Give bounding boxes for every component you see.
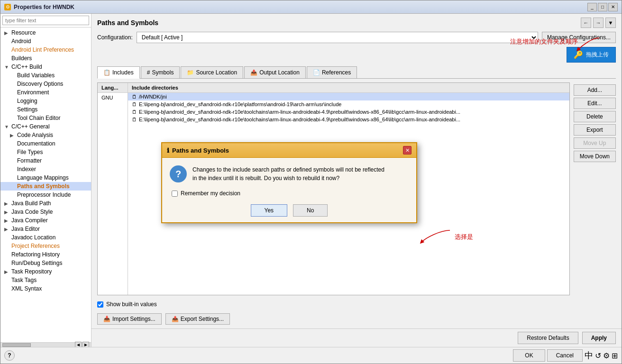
path-row-2[interactable]: 🗒 E:\lipeng-bj\android_dev_sf\android-nd… [128,100,569,108]
sidebar-item-paths-symbols[interactable]: Paths and Symbols [0,182,91,191]
tab-symbols-label: Symbols [152,69,174,76]
status-icon-4: ⊞ [612,351,618,360]
status-icon-3: ⚙ [603,351,610,360]
sidebar-item-java-code-style[interactable]: ▶ Java Code Style [0,208,91,216]
sidebar-item-cpp-general[interactable]: ▼ C/C++ General [0,122,91,131]
sidebar-item-java-compiler[interactable]: ▶ Java Compiler [0,216,91,225]
scroll-right-btn[interactable]: ▶ [82,342,89,347]
status-right: OK Cancel 中 ↺ ⚙ ⊞ [513,349,618,362]
upload-button[interactable]: 🔑 拖拽上传 [567,47,616,63]
minimize-button[interactable]: _ [587,3,597,11]
expand-icon: ▶ [4,30,10,36]
sidebar-item-builders[interactable]: Builders [0,54,91,63]
sidebar-item-indexer[interactable]: Indexer [0,165,91,173]
manage-configurations-button[interactable]: Manage Configurations... [542,32,616,43]
sidebar-item-label: Project References [11,243,60,249]
sidebar-item-project-references[interactable]: Project References [0,242,91,250]
close-button[interactable]: ✕ [608,3,618,11]
sidebar-item-label: Code Analysis [17,132,53,138]
paths-col-header: Include directories [128,83,569,92]
sidebar-item-discovery-options[interactable]: Discovery Options [0,80,91,88]
sidebar-item-code-analysis[interactable]: ▶ Code Analysis [0,131,91,139]
restore-defaults-button[interactable]: Restore Defaults [518,332,578,344]
sidebar-item-label: Builders [11,55,32,62]
tab-output-location-label: Output Location [259,69,300,76]
sidebar-item-run-debug[interactable]: Run/Debug Settings [0,259,91,267]
expand-icon: ▼ [4,124,10,129]
sidebar-item-resource[interactable]: ▶ Resource [0,28,91,37]
show-builtin-label: Show built-in values [106,301,157,308]
sidebar-item-android[interactable]: Android [0,37,91,46]
tab-references[interactable]: 📄 References [307,66,357,78]
sidebar-item-label: Javadoc Location [11,234,55,241]
add-button[interactable]: Add... [574,84,616,96]
sidebar-item-environment[interactable]: Environment [0,88,91,97]
sidebar-item-logging[interactable]: Logging [0,97,91,105]
sidebar-item-tool-chain-editor[interactable]: Tool Chain Editor [0,114,91,122]
import-settings-button[interactable]: 📥 Import Settings... [97,313,162,325]
sidebar-item-label: Java Build Path [11,200,51,207]
sidebar-item-android-lint[interactable]: Android Lint Preferences [0,46,91,54]
sidebar-item-java-editor[interactable]: ▶ Java Editor [0,225,91,233]
nav-forward-button[interactable]: → [593,18,604,28]
sidebar-item-label: Preprocessor Include [17,191,71,198]
sidebar-item-label: Paths and Symbols [17,183,70,190]
side-buttons-panel: Add... Edit... Delete Export Move Up Mov… [574,82,616,295]
sidebar-item-cpp-build[interactable]: ▼ C/C++ Build [0,63,91,71]
sidebar-item-file-types[interactable]: File Types [0,148,91,156]
move-up-button[interactable]: Move Up [574,137,616,149]
remember-decision-checkbox[interactable] [172,191,178,197]
tab-output-location[interactable]: 📤 Output Location [244,66,306,78]
move-down-button[interactable]: Move Down [574,151,616,162]
help-button[interactable]: ? [4,350,15,361]
config-select[interactable]: Default [ Active ] [137,32,538,43]
sidebar-item-refactoring-history[interactable]: Refactoring History [0,250,91,259]
sidebar-item-settings[interactable]: Settings [0,105,91,114]
filter-input[interactable] [2,16,89,25]
sidebar-item-preprocessor[interactable]: Preprocessor Include [0,191,91,199]
show-builtin-checkbox[interactable] [97,301,103,308]
filter-box [0,14,91,27]
sidebar-item-label: Language Mappings [17,174,69,181]
sidebar-item-task-tags[interactable]: Task Tags [0,276,91,284]
scroll-left-btn[interactable]: ◀ [75,342,82,347]
edit-button[interactable]: Edit... [574,98,616,109]
export-settings-button[interactable]: 📤 Export Settings... [165,313,230,325]
tab-symbols[interactable]: # Symbols [141,66,180,78]
sidebar-item-documentation[interactable]: Documentation [0,139,91,148]
sidebar-item-language-mappings[interactable]: Language Mappings [0,173,91,182]
path-row-3[interactable]: 🗒 E:\lipeng-bj\android_dev_sf\android-nd… [128,108,569,116]
status-left: ? [4,350,15,361]
tab-symbols-icon: # [147,69,150,76]
expand-icon: ▶ [4,269,10,274]
sidebar-item-build-variables[interactable]: Build Variables [0,71,91,80]
dialog-close-button[interactable]: ✕ [403,146,412,155]
maximize-button[interactable]: □ [598,3,607,11]
nav-dropdown-button[interactable]: ▼ [605,18,616,28]
config-row: Configuration: Default [ Active ] Manage… [97,32,616,43]
import-icon: 📥 [103,316,110,322]
path-icon-3: 🗒 [132,109,137,115]
status-icon-2: ↺ [595,351,601,360]
yes-button[interactable]: Yes [251,204,288,217]
sidebar-item-label: Discovery Options [17,81,63,87]
ok-button[interactable]: OK [513,349,545,362]
nav-back-button[interactable]: ← [581,18,591,28]
tab-source-location-icon: 📁 [187,69,194,76]
sidebar-item-task-repository[interactable]: ▶ Task Repository [0,267,91,276]
apply-button[interactable]: Apply [582,332,616,344]
export-button[interactable]: Export [574,124,616,136]
window-title: Properties for HWNDK [14,4,74,10]
sidebar-item-java-build-path[interactable]: ▶ Java Build Path [0,199,91,208]
path-row-4[interactable]: 🗒 E:\lipeng-bj\android_dev_sf\android-nd… [128,116,569,123]
tab-source-location[interactable]: 📁 Source Location [181,66,243,78]
sidebar-item-label: C/C++ Build [11,64,42,70]
cancel-button[interactable]: Cancel [547,349,583,362]
no-button[interactable]: No [293,204,328,217]
sidebar-item-javadoc-location[interactable]: Javadoc Location [0,233,91,242]
sidebar-item-xml-syntax[interactable]: XML Syntax [0,284,91,293]
delete-button[interactable]: Delete [574,111,616,122]
path-row-1[interactable]: 🗒 /HWNDK/jni [128,93,569,100]
sidebar-item-formatter[interactable]: Formatter [0,156,91,165]
tab-includes[interactable]: 📋 Includes [97,66,140,79]
